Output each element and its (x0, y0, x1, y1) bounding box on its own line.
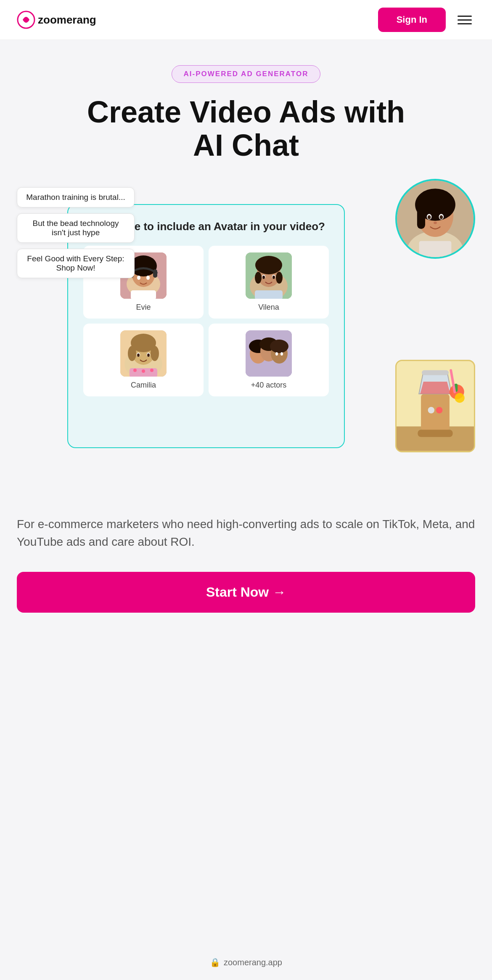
svg-point-18 (137, 276, 140, 280)
hero-title-line1: Create Video Ads with (87, 95, 405, 129)
header: zoomerang Sign In (0, 0, 492, 40)
svg-point-25 (255, 272, 262, 284)
svg-point-8 (428, 215, 431, 220)
svg-rect-57 (421, 394, 450, 430)
svg-point-19 (146, 276, 150, 280)
camilia-svg (120, 330, 167, 377)
svg-point-26 (276, 272, 283, 284)
logo: zoomerang (17, 11, 96, 29)
more-actors-svg (246, 330, 292, 377)
svg-point-54 (280, 352, 283, 356)
chat-bubble-1: Marathon training is brutal... (17, 187, 135, 207)
svg-point-37 (142, 369, 145, 373)
svg-point-29 (262, 276, 265, 279)
svg-point-45 (147, 353, 150, 357)
svg-point-52 (270, 340, 288, 353)
chat-bubble-3: Feel Good with Every Step: Shop Now! (17, 249, 135, 278)
header-right: Sign In (378, 8, 475, 32)
svg-point-53 (275, 352, 278, 356)
actor-card-more[interactable]: +40 actors (209, 324, 329, 396)
chat-bubble-2: But the bead technology isn't just hype (17, 213, 135, 243)
svg-point-41 (151, 346, 159, 361)
start-now-button[interactable]: Start Now → (17, 572, 475, 613)
svg-rect-60 (422, 370, 449, 375)
svg-point-9 (440, 215, 443, 220)
hamburger-line-2 (458, 19, 472, 21)
hamburger-line-3 (458, 23, 472, 24)
svg-point-44 (137, 353, 140, 357)
actor-name-camilia: Camilia (131, 381, 156, 390)
actor-name-vilena: Vilena (258, 303, 279, 312)
avatar-person-svg (397, 181, 473, 257)
actor-avatar-vilena (246, 252, 292, 299)
vilena-svg (246, 252, 292, 299)
footer-url: zoomerang.app (224, 958, 282, 967)
actor-name-evie: Evie (136, 303, 151, 312)
chat-bubbles: Marathon training is brutal... But the b… (17, 187, 135, 278)
sign-in-button[interactable]: Sign In (378, 8, 446, 32)
product-image (395, 360, 475, 452)
avatar-top-right (395, 179, 475, 259)
svg-marker-59 (420, 382, 450, 394)
svg-point-38 (150, 369, 153, 372)
actor-card-camilia[interactable]: Camilia (83, 324, 204, 396)
actor-name-more: +40 actors (251, 381, 287, 390)
svg-point-62 (428, 407, 434, 413)
footer: 🔒 zoomerang.app (0, 957, 492, 967)
lock-icon: 🔒 (210, 957, 220, 967)
logo-icon (17, 11, 35, 29)
svg-rect-5 (417, 205, 425, 229)
svg-rect-61 (418, 430, 452, 437)
actor-avatar-more (246, 330, 292, 377)
hero-title: Create Video Ads with AI Chat (17, 96, 475, 162)
svg-point-40 (128, 346, 136, 361)
svg-point-24 (255, 256, 282, 274)
actor-card-vilena[interactable]: Vilena (209, 246, 329, 319)
hero-section: AI-POWERED AD GENERATOR Create Video Ads… (0, 40, 492, 482)
ui-card-wrapper: Marathon training is brutal... But the b… (17, 179, 475, 465)
svg-point-65 (455, 393, 464, 403)
spacer (0, 482, 492, 499)
svg-point-30 (272, 276, 275, 279)
logo-text: zoomerang (38, 13, 96, 27)
hamburger-line-1 (458, 16, 472, 17)
hero-title-line2: AI Chat (193, 128, 299, 162)
actor-avatar-camilia (120, 330, 167, 377)
svg-point-36 (133, 369, 137, 372)
svg-point-10 (434, 222, 437, 224)
description: For e-commerce marketers who need high-c… (0, 499, 492, 551)
product-svg (397, 360, 474, 452)
svg-rect-31 (255, 290, 283, 299)
description-text: For e-commerce marketers who need high-c… (17, 515, 475, 551)
svg-rect-11 (419, 241, 452, 257)
badge: AI-POWERED AD GENERATOR (172, 65, 321, 83)
svg-point-63 (436, 407, 442, 413)
menu-button[interactable] (454, 12, 475, 28)
svg-rect-20 (131, 290, 156, 299)
